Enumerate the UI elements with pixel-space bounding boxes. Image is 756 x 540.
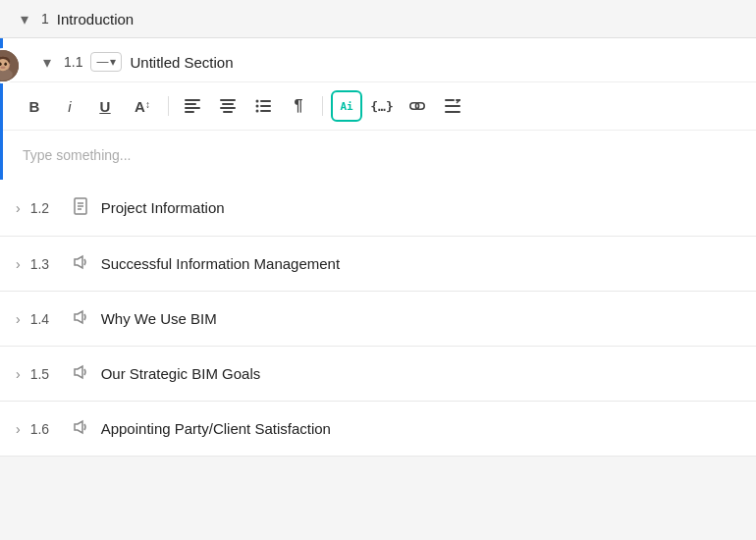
svg-rect-9 <box>185 103 196 105</box>
item-number: 1.2 <box>30 200 60 216</box>
svg-rect-21 <box>260 110 271 112</box>
toolbar-separator-1 <box>168 96 169 116</box>
more-options-button[interactable] <box>437 90 468 122</box>
list-item[interactable]: › 1.3 Successful Information Management <box>0 237 756 292</box>
dropdown-label: — <box>96 55 108 69</box>
ai-label: Ai <box>340 100 352 113</box>
svg-rect-22 <box>445 99 455 101</box>
font-size-button[interactable]: A↕ <box>125 90 160 122</box>
svg-point-7 <box>0 66 5 69</box>
item-number: 1.6 <box>30 421 60 437</box>
item-title: Appointing Party/Client Satisfaction <box>101 420 331 437</box>
document-icon <box>70 197 91 218</box>
chevron-right-icon: › <box>16 421 21 437</box>
toolbar-separator-2 <box>322 96 323 116</box>
ai-button[interactable]: Ai <box>331 90 362 122</box>
editor-area[interactable]: Type something... <box>3 131 756 180</box>
list-item[interactable]: › 1.5 Our Strategic BIM Goals <box>0 347 756 402</box>
chevron-right-icon: › <box>16 311 21 327</box>
megaphone-icon <box>70 364 91 383</box>
svg-point-20 <box>256 110 259 113</box>
subsection-chevron-icon[interactable]: ▾ <box>38 53 56 71</box>
italic-button[interactable]: i <box>54 90 85 122</box>
svg-point-16 <box>256 100 259 103</box>
svg-point-6 <box>4 62 7 66</box>
editor-placeholder: Type something... <box>23 147 132 163</box>
main-section-number: 1 <box>41 11 49 27</box>
megaphone-icon <box>70 309 91 328</box>
code-block-button[interactable]: {…} <box>366 90 398 122</box>
list-button[interactable] <box>247 90 279 122</box>
subsection-dropdown-btn[interactable]: — ▾ <box>90 52 122 72</box>
svg-rect-14 <box>220 107 236 109</box>
chevron-right-icon: › <box>16 200 21 216</box>
underline-button[interactable]: U <box>89 90 121 122</box>
list-item[interactable]: › 1.6 Appointing Party/Client Satisfacti… <box>0 402 756 457</box>
svg-rect-12 <box>220 99 236 101</box>
chevron-right-icon: › <box>16 256 21 272</box>
align-center-button[interactable] <box>212 90 243 122</box>
svg-rect-13 <box>222 103 234 105</box>
megaphone-icon <box>70 419 91 438</box>
align-left-button[interactable] <box>177 90 208 122</box>
item-title: Successful Information Management <box>101 255 340 272</box>
svg-rect-11 <box>185 111 194 113</box>
megaphone-icon <box>70 254 91 273</box>
svg-point-18 <box>256 105 259 108</box>
svg-rect-10 <box>185 107 200 109</box>
sections-list: › 1.2 Project Information › 1.3 Successf… <box>0 180 756 457</box>
link-button[interactable] <box>402 90 433 122</box>
subsection-header: ▾ 1.1 — ▾ Untitled Section <box>3 38 756 81</box>
svg-rect-15 <box>223 111 233 113</box>
subsection-title: Untitled Section <box>130 54 233 71</box>
subsection-number: 1.1 <box>64 54 82 70</box>
item-number: 1.5 <box>30 366 60 382</box>
svg-rect-8 <box>185 99 200 101</box>
item-number: 1.3 <box>30 256 60 272</box>
svg-rect-25 <box>445 111 460 113</box>
avatar-image <box>0 50 19 81</box>
main-chevron-icon[interactable]: ▾ <box>16 10 33 27</box>
svg-rect-17 <box>260 100 271 102</box>
list-item[interactable]: › 1.4 Why We Use BIM <box>0 292 756 347</box>
svg-rect-24 <box>445 105 460 107</box>
item-title: Why We Use BIM <box>101 310 217 327</box>
formatting-toolbar: B i U A↕ <box>3 81 756 131</box>
dropdown-arrow-icon: ▾ <box>110 55 116 69</box>
svg-rect-19 <box>260 105 271 107</box>
subsection-container: ▾ 1.1 — ▾ Untitled Section B i U A↕ <box>0 38 756 180</box>
item-title: Project Information <box>101 199 225 216</box>
item-title: Our Strategic BIM Goals <box>101 365 261 382</box>
main-section-title: Introduction <box>57 11 134 27</box>
bold-button[interactable]: B <box>19 90 50 122</box>
paragraph-button[interactable]: ¶ <box>283 90 314 122</box>
item-number: 1.4 <box>30 311 60 327</box>
subsection-header-content: ▾ 1.1 — ▾ Untitled Section <box>15 52 234 72</box>
list-item[interactable]: › 1.2 Project Information <box>0 180 756 237</box>
chevron-right-icon: › <box>16 366 21 382</box>
main-section-header[interactable]: ▾ 1 Introduction <box>0 0 756 38</box>
